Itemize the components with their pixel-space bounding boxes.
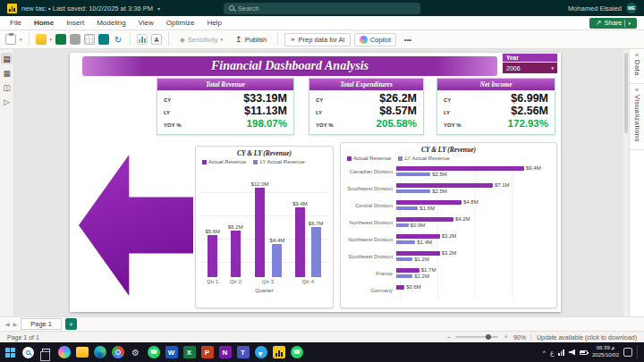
report-view-icon[interactable]: ▤ bbox=[1, 53, 13, 64]
bar-ly[interactable] bbox=[396, 223, 409, 227]
page-tab-page-1[interactable]: Page 1 bbox=[21, 318, 62, 330]
bar-cy[interactable] bbox=[396, 234, 440, 239]
user-avatar[interactable]: ME bbox=[626, 3, 637, 13]
canvas-scrollbar[interactable] bbox=[623, 49, 629, 316]
bar-ly[interactable] bbox=[396, 257, 412, 261]
legend-item[interactable]: Actual Revenue bbox=[202, 159, 246, 164]
legend-item[interactable]: LY Actual Revenue bbox=[253, 159, 304, 164]
powerpoint-button[interactable]: P bbox=[199, 345, 215, 360]
dax-query-view-icon[interactable]: ▷ bbox=[1, 96, 13, 107]
bar-cy[interactable] bbox=[396, 166, 524, 171]
zoom-in-icon[interactable]: ＋ bbox=[503, 333, 509, 341]
search-input[interactable] bbox=[238, 4, 415, 13]
bar-cy[interactable] bbox=[396, 217, 453, 222]
telegram-button[interactable]: ▶ bbox=[253, 345, 268, 360]
model-view-icon[interactable]: ◫ bbox=[1, 81, 13, 93]
onenote-button[interactable]: N bbox=[217, 345, 233, 360]
language-indicator[interactable]: ع bbox=[550, 349, 554, 357]
new-visual-icon[interactable] bbox=[137, 34, 148, 45]
volume-icon[interactable] bbox=[569, 349, 575, 356]
word-button[interactable]: W bbox=[164, 345, 179, 360]
menu-item-optimize[interactable]: Optimize bbox=[160, 18, 201, 28]
bar-cy[interactable] bbox=[396, 183, 493, 188]
show-desktop-button[interactable] bbox=[637, 345, 639, 359]
battery-icon[interactable] bbox=[580, 350, 588, 355]
column-bar-ly[interactable] bbox=[311, 227, 321, 277]
excel-workbook-icon[interactable] bbox=[55, 34, 66, 45]
paste-icon[interactable] bbox=[5, 34, 16, 45]
get-data-icon[interactable] bbox=[36, 34, 47, 45]
global-search-box[interactable] bbox=[224, 3, 420, 14]
column-bar-cy[interactable] bbox=[295, 207, 305, 277]
menu-item-view[interactable]: View bbox=[132, 18, 160, 28]
start-button[interactable] bbox=[3, 345, 18, 360]
bar-chart[interactable]: CY & LY (Revenue) Actual Revenue LY Actu… bbox=[340, 142, 557, 308]
scrollbar-thumb[interactable] bbox=[624, 53, 628, 133]
teams-button[interactable]: T bbox=[235, 345, 250, 360]
next-page-icon[interactable]: ▶ bbox=[13, 321, 18, 327]
column-bar-cy[interactable] bbox=[231, 231, 241, 277]
data-pane-collapsed[interactable]: « Data bbox=[630, 49, 644, 84]
bar-ly[interactable] bbox=[396, 206, 418, 210]
menu-item-help[interactable]: Help bbox=[200, 18, 227, 28]
notification-center-icon[interactable] bbox=[623, 348, 632, 357]
visualizations-pane-collapsed[interactable]: « Visualizations bbox=[630, 84, 644, 150]
previous-page-icon[interactable]: ◀ bbox=[5, 321, 10, 327]
legend-item[interactable]: Actual Revenue bbox=[347, 156, 391, 161]
menu-item-insert[interactable]: Insert bbox=[60, 18, 90, 28]
taskbar-search-button[interactable] bbox=[21, 345, 36, 360]
column-bar-cy[interactable] bbox=[255, 188, 265, 277]
update-available-link[interactable]: Update available (click to download) bbox=[530, 334, 637, 341]
caret-down-icon[interactable]: ▾ bbox=[20, 37, 22, 42]
bar-cy[interactable] bbox=[396, 268, 419, 273]
add-page-button[interactable]: ＋ bbox=[65, 318, 77, 330]
column-chart[interactable]: CY & LY (Revenue) Actual Revenue LY Actu… bbox=[195, 146, 334, 308]
transform-data-icon[interactable] bbox=[98, 34, 109, 45]
refresh-icon[interactable]: ↻ bbox=[113, 34, 123, 45]
menu-item-modeling[interactable]: Modeling bbox=[90, 18, 131, 28]
more-options-button[interactable]: ••• bbox=[400, 34, 416, 46]
taskbar-clock[interactable]: 06:39 م 2025/10/02 bbox=[592, 345, 619, 359]
caret-down-icon[interactable]: ▾ bbox=[157, 5, 160, 12]
caret-down-icon[interactable]: ▾ bbox=[551, 65, 554, 71]
kpi-card-total-revenue[interactable]: Total Revenue CY$33.19M LY$11.13M YOY %1… bbox=[157, 78, 294, 135]
bar-ly[interactable] bbox=[396, 240, 415, 244]
menu-item-home[interactable]: Home bbox=[28, 18, 60, 28]
file-explorer-button[interactable] bbox=[74, 345, 89, 360]
prep-data-for-ai-button[interactable]: ✦ Prep data for AI bbox=[284, 33, 350, 46]
expand-pane-icon[interactable]: « bbox=[635, 87, 639, 93]
copilot-taskbar-button[interactable] bbox=[56, 345, 72, 360]
zoom-out-icon[interactable]: − bbox=[447, 334, 451, 341]
column-bar-cy[interactable] bbox=[208, 235, 217, 277]
bar-cy[interactable] bbox=[396, 251, 440, 256]
bar-cy[interactable] bbox=[396, 200, 462, 205]
legend-item[interactable]: LY Actual Revenue bbox=[398, 156, 449, 161]
slicer-dropdown[interactable]: 2006 ▾ bbox=[503, 63, 557, 73]
wifi-icon[interactable] bbox=[558, 349, 564, 356]
text-box-icon[interactable]: A bbox=[151, 34, 162, 45]
settings-button[interactable]: ⚙ bbox=[128, 345, 143, 360]
caret-down-icon[interactable]: ▾ bbox=[628, 21, 631, 26]
kpi-card-net-income[interactable]: Net Income CY$6.99M LY$2.56M YOY %172.93… bbox=[436, 78, 555, 135]
zoom-slider-thumb[interactable] bbox=[486, 334, 491, 340]
year-slicer[interactable]: Year 2006 ▾ bbox=[503, 54, 557, 73]
table-view-icon[interactable]: ▦ bbox=[1, 67, 13, 79]
share-button[interactable]: ↗ Share ▾ bbox=[589, 18, 637, 29]
whatsapp-button[interactable]: ☎ bbox=[146, 345, 161, 360]
task-view-button[interactable] bbox=[38, 345, 54, 360]
copilot-button[interactable]: Copilot bbox=[354, 33, 396, 46]
bar-ly[interactable] bbox=[396, 173, 430, 176]
edge-button[interactable] bbox=[92, 345, 107, 360]
excel-button[interactable]: X bbox=[182, 345, 197, 360]
sql-server-icon[interactable] bbox=[70, 34, 80, 45]
power-bi-taskbar-button[interactable] bbox=[271, 345, 286, 360]
publish-button[interactable]: ↥ Publish bbox=[231, 33, 271, 46]
chrome-button[interactable] bbox=[110, 345, 125, 360]
caret-down-icon[interactable]: ▾ bbox=[50, 37, 53, 42]
enter-data-icon[interactable] bbox=[84, 34, 95, 45]
bar-ly[interactable] bbox=[396, 189, 430, 193]
whatsapp-2-button[interactable]: ☎ bbox=[289, 345, 304, 360]
column-bar-ly[interactable] bbox=[272, 244, 282, 277]
bar-cy[interactable] bbox=[396, 285, 404, 290]
zoom-slider[interactable] bbox=[455, 336, 498, 338]
